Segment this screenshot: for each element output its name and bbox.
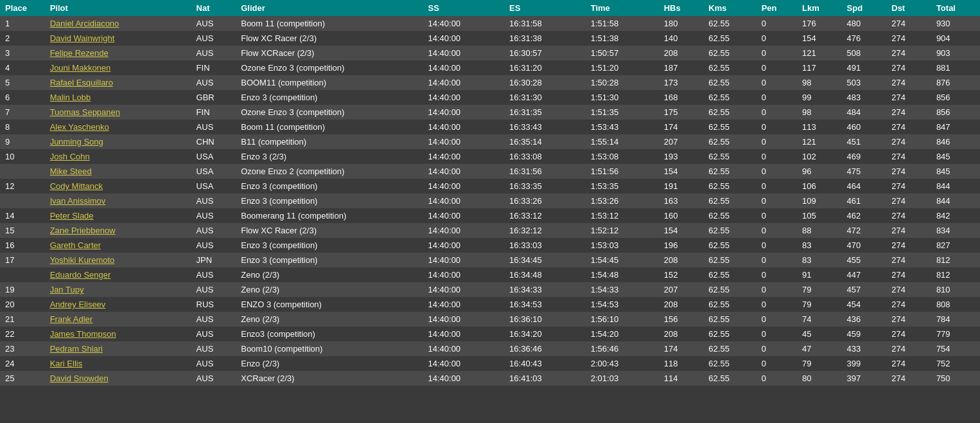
table-row: 12Cody MittanckUSAEnzo 3 (competition)14… [0, 179, 980, 194]
cell-nat: AUS [191, 223, 236, 238]
cell-kms: 62.55 [703, 194, 756, 208]
cell-pilot[interactable]: David Wainwright [45, 31, 191, 46]
cell-total: 812 [931, 253, 980, 267]
cell-pilot[interactable]: Tuomas Seppanen [45, 105, 191, 120]
pilot-link[interactable]: Zane Priebbenow [50, 226, 116, 235]
header-kms: Kms [703, 0, 756, 16]
pilot-link[interactable]: Frank Adler [50, 314, 92, 324]
pilot-link[interactable]: Josh Cohn [50, 152, 90, 161]
cell-time: 1:53:12 [586, 208, 659, 223]
cell-time: 1:53:08 [586, 149, 659, 164]
cell-pilot[interactable]: Pedram Shiari [45, 341, 191, 356]
cell-lkm: 106 [797, 179, 842, 194]
pilot-link[interactable]: Cody Mittanck [50, 181, 103, 191]
cell-kms: 62.55 [703, 282, 756, 297]
cell-time: 1:54:33 [586, 282, 659, 297]
cell-time: 1:56:46 [586, 341, 659, 356]
cell-nat: RUS [191, 297, 236, 312]
cell-place: 15 [0, 223, 45, 238]
cell-es: 16:34:48 [504, 267, 586, 282]
table-row: Mike SteedUSAOzone Enzo 2 (competition)1… [0, 164, 980, 179]
cell-spd: 464 [842, 179, 887, 194]
cell-glider: Flow XC Racer (2/3) [236, 31, 423, 46]
cell-glider: Boom10 (competition) [236, 341, 423, 356]
cell-pilot[interactable]: James Thompson [45, 327, 191, 341]
cell-pilot[interactable]: Mike Steed [45, 164, 191, 179]
cell-pilot[interactable]: Kari Ellis [45, 356, 191, 371]
header-pilot: Pilot [45, 0, 191, 16]
cell-time: 1:54:53 [586, 297, 659, 312]
pilot-link[interactable]: Kari Ellis [50, 359, 83, 368]
cell-pilot[interactable]: Gareth Carter [45, 238, 191, 253]
cell-pilot[interactable]: Peter Slade [45, 208, 191, 223]
pilot-link[interactable]: Felipe Rezende [50, 48, 109, 58]
cell-pilot[interactable]: Jouni Makkonen [45, 60, 191, 75]
cell-pilot[interactable]: Junming Song [45, 134, 191, 149]
cell-es: 16:36:46 [504, 341, 586, 356]
cell-pilot[interactable]: Jan Tupy [45, 282, 191, 297]
cell-pilot[interactable]: Andrey Eliseev [45, 297, 191, 312]
pilot-link[interactable]: Ivan Anissimov [50, 196, 106, 206]
table-row: Ivan AnissimovAUSEnzo 3 (competition)14:… [0, 194, 980, 208]
cell-pilot[interactable]: Frank Adler [45, 312, 191, 327]
pilot-link[interactable]: Daniel Arcidiacono [50, 19, 119, 28]
pilot-link[interactable]: Jan Tupy [50, 285, 84, 294]
header-lkm: Lkm [797, 0, 842, 16]
cell-hbs: 208 [659, 46, 704, 60]
cell-ss: 14:40:00 [423, 46, 504, 60]
cell-nat: GBR [191, 90, 236, 105]
cell-kms: 62.55 [703, 267, 756, 282]
cell-total: 750 [931, 371, 980, 386]
cell-pilot[interactable]: Eduardo Senger [45, 267, 191, 282]
cell-time: 1:51:20 [586, 60, 659, 75]
cell-dst: 274 [886, 371, 931, 386]
cell-dst: 274 [886, 16, 931, 31]
cell-pilot[interactable]: Daniel Arcidiacono [45, 16, 191, 31]
cell-pilot[interactable]: Rafael Esquillaro [45, 75, 191, 90]
cell-glider: Enzo 3 (2/3) [236, 149, 423, 164]
cell-ss: 14:40:00 [423, 120, 504, 134]
cell-kms: 62.55 [703, 253, 756, 267]
cell-dst: 274 [886, 134, 931, 149]
cell-kms: 62.55 [703, 60, 756, 75]
cell-total: 903 [931, 46, 980, 60]
pilot-link[interactable]: Mike Steed [50, 166, 92, 176]
pilot-link[interactable]: Junming Song [50, 137, 103, 147]
cell-pilot[interactable]: Yoshiki Kuremoto [45, 253, 191, 267]
pilot-link[interactable]: James Thompson [50, 329, 116, 339]
cell-hbs: 140 [659, 31, 704, 46]
pilot-link[interactable]: Jouni Makkonen [50, 63, 111, 73]
cell-nat: AUS [191, 341, 236, 356]
cell-pilot[interactable]: Alex Yaschenko [45, 120, 191, 134]
pilot-link[interactable]: Peter Slade [50, 211, 94, 221]
cell-pilot[interactable]: Ivan Anissimov [45, 194, 191, 208]
pilot-link[interactable]: Malin Lobb [50, 93, 91, 102]
cell-spd: 433 [842, 341, 887, 356]
cell-place: 10 [0, 149, 45, 164]
pilot-link[interactable]: Alex Yaschenko [50, 122, 109, 132]
pilot-link[interactable]: David Snowden [50, 374, 109, 383]
cell-hbs: 196 [659, 238, 704, 253]
pilot-link[interactable]: Tuomas Seppanen [50, 107, 120, 117]
cell-hbs: 208 [659, 327, 704, 341]
cell-nat: AUS [191, 356, 236, 371]
cell-pilot[interactable]: Malin Lobb [45, 90, 191, 105]
cell-ss: 14:40:00 [423, 31, 504, 46]
pilot-link[interactable]: Pedram Shiari [50, 344, 103, 354]
cell-kms: 62.55 [703, 75, 756, 90]
cell-place: 21 [0, 312, 45, 327]
pilot-link[interactable]: Rafael Esquillaro [50, 78, 113, 87]
pilot-link[interactable]: Andrey Eliseev [50, 300, 106, 309]
pilot-link[interactable]: Eduardo Senger [50, 270, 111, 280]
cell-pilot[interactable]: Cody Mittanck [45, 179, 191, 194]
pilot-link[interactable]: David Wainwright [50, 33, 115, 43]
cell-pilot[interactable]: Zane Priebbenow [45, 223, 191, 238]
cell-pilot[interactable]: Felipe Rezende [45, 46, 191, 60]
cell-glider: Enzo 3 (competition) [236, 253, 423, 267]
cell-ss: 14:40:00 [423, 179, 504, 194]
cell-pilot[interactable]: David Snowden [45, 371, 191, 386]
pilot-link[interactable]: Gareth Carter [50, 240, 101, 250]
pilot-link[interactable]: Yoshiki Kuremoto [50, 255, 115, 265]
cell-hbs: 154 [659, 164, 704, 179]
cell-pilot[interactable]: Josh Cohn [45, 149, 191, 164]
